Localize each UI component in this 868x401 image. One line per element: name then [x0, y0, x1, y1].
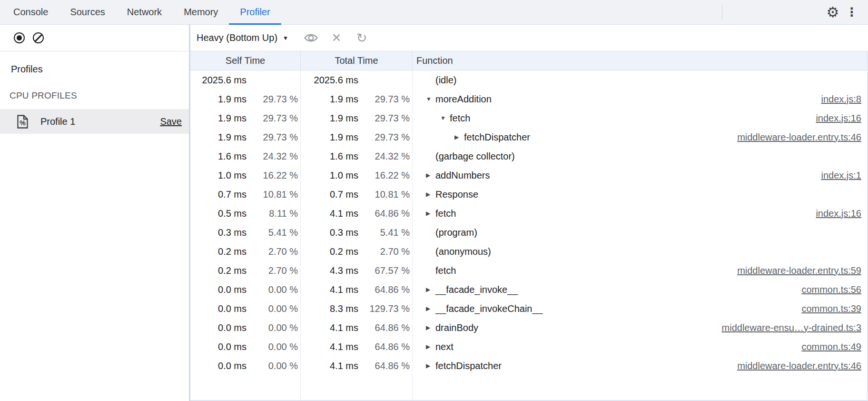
gear-icon: ⚙ [827, 5, 839, 20]
table-row[interactable]: 1.0 ms16.22 %1.0 ms16.22 %▶addNumbersind… [190, 166, 867, 185]
source-location-link[interactable]: middleware-loader.entry.ts:46 [737, 361, 861, 371]
time-percent-value: 129.73 % [358, 303, 410, 314]
chevron-collapsed-icon[interactable]: ▶ [426, 305, 433, 312]
table-row[interactable]: 0.0 ms0.00 %4.1 ms64.86 %▶__facade_invok… [190, 280, 867, 299]
function-cell: ▼fetchindex.js:16 [413, 109, 867, 128]
table-row[interactable]: 0.0 ms0.00 %4.1 ms64.86 %▶drainBodymiddl… [190, 318, 867, 337]
source-location-link[interactable]: common.ts:56 [801, 284, 861, 295]
column-header-total-time[interactable]: Total Time [301, 51, 413, 70]
source-location-link[interactable]: index.js:8 [821, 94, 862, 105]
chevron-collapsed-icon[interactable]: ▶ [454, 134, 462, 140]
tab-memory[interactable]: Memory [173, 0, 229, 24]
view-mode-dropdown[interactable]: Heavy (Bottom Up) ▼ [197, 32, 288, 43]
chevron-expanded-icon[interactable]: ▼ [440, 115, 447, 121]
table-row[interactable]: 0.3 ms5.41 %0.3 ms5.41 %(program) [190, 223, 867, 242]
source-location-link[interactable]: middleware-loader.entry.ts:59 [737, 265, 861, 276]
save-profile-link[interactable]: Save [160, 116, 182, 127]
x-icon: ✕ [331, 31, 341, 45]
table-row[interactable]: 0.0 ms0.00 %8.3 ms129.73 %▶__facade_invo… [190, 299, 867, 318]
self-time-cell: 0.0 ms0.00 % [190, 318, 301, 337]
profiler-view-actions: ✕ ↻ [302, 29, 371, 48]
table-row[interactable]: 2025.6 ms2025.6 ms(idle) [190, 70, 867, 90]
time-ms-value: 0.2 ms [190, 265, 247, 276]
time-ms-value: 1.9 ms [301, 113, 358, 124]
self-time-cell: 1.0 ms16.22 % [190, 166, 301, 185]
self-time-cell: 1.6 ms24.32 % [190, 147, 301, 166]
time-percent-value: 8.11 % [247, 208, 298, 219]
view-mode-value: Heavy (Bottom Up) [197, 32, 277, 43]
time-ms-value: 0.5 ms [190, 208, 247, 219]
function-name: fetch [450, 113, 470, 124]
record-button[interactable] [14, 32, 25, 43]
time-ms-value: 4.3 ms [301, 265, 358, 276]
clear-profiles-button[interactable] [33, 32, 44, 43]
table-row[interactable]: 0.2 ms2.70 %0.2 ms2.70 %(anonymous) [190, 242, 867, 261]
total-time-cell: 1.9 ms29.73 % [301, 109, 413, 128]
profile-table-body: 2025.6 ms2025.6 ms(idle)1.9 ms29.73 %1.9… [190, 70, 867, 401]
tab-network[interactable]: Network [116, 0, 173, 24]
column-header-function[interactable]: Function [413, 51, 867, 70]
tree-indent [413, 271, 426, 271]
time-percent-value: 5.41 % [247, 227, 298, 238]
profile-document-icon: % [16, 114, 29, 129]
chevron-expanded-icon[interactable]: ▼ [426, 96, 433, 102]
function-cell: ▶fetchindex.js:16 [413, 204, 867, 223]
chevron-collapsed-icon[interactable]: ▶ [426, 191, 433, 198]
restore-functions-button[interactable]: ↻ [352, 29, 371, 48]
time-ms-value: 1.9 ms [190, 94, 247, 105]
tab-console[interactable]: Console [2, 0, 59, 24]
source-location-link[interactable]: middleware-ensu…y-drained.ts:3 [722, 322, 861, 333]
source-location-link[interactable]: common.ts:39 [801, 303, 861, 314]
tab-profiler[interactable]: Profiler [229, 0, 281, 24]
tab-sources[interactable]: Sources [59, 0, 116, 24]
time-ms-value: 4.1 ms [301, 284, 358, 295]
chevron-collapsed-icon[interactable]: ▶ [426, 362, 433, 369]
total-time-cell: 1.9 ms29.73 % [301, 90, 413, 109]
table-row[interactable]: 1.9 ms29.73 %1.9 ms29.73 %▶fetchDispatch… [190, 128, 867, 147]
tree-indent [413, 118, 440, 119]
source-location-link[interactable]: middleware-loader.entry.ts:46 [737, 132, 861, 143]
source-location-link[interactable]: common.ts:49 [801, 341, 861, 352]
exclude-function-button[interactable]: ✕ [327, 29, 346, 48]
chevron-collapsed-icon[interactable]: ▶ [426, 172, 433, 179]
sidebar-item-profile-1[interactable]: % Profile 1 Save [0, 109, 189, 134]
chevron-collapsed-icon[interactable]: ▶ [426, 343, 433, 350]
function-name: moreAddition [435, 94, 492, 105]
function-name: (idle) [435, 75, 456, 86]
tree-indent [413, 213, 426, 214]
focus-function-button[interactable] [302, 29, 321, 48]
settings-button[interactable]: ⚙ [823, 3, 842, 22]
svg-text:%: % [20, 119, 26, 127]
total-time-cell: 4.1 ms64.86 % [301, 356, 413, 375]
column-header-self-time[interactable]: Self Time [190, 51, 301, 70]
source-location-link[interactable]: index.js:16 [816, 208, 861, 219]
table-row[interactable]: 0.7 ms10.81 %0.7 ms10.81 %▶Response [190, 185, 867, 204]
chevron-collapsed-icon[interactable]: ▶ [426, 210, 433, 217]
time-ms-value: 4.1 ms [301, 208, 358, 219]
function-cell: ▶__facade_invoke__common.ts:56 [413, 280, 867, 299]
function-name: Response [435, 189, 478, 200]
table-row[interactable]: 0.0 ms0.00 %4.1 ms64.86 %▶fetchDispatche… [190, 356, 867, 375]
total-time-cell: 1.6 ms24.32 % [301, 147, 413, 166]
time-ms-value: 0.0 ms [190, 322, 247, 333]
table-row[interactable]: 1.6 ms24.32 %1.6 ms24.32 %(garbage colle… [190, 147, 867, 166]
table-row[interactable]: 1.9 ms29.73 %1.9 ms29.73 %▼moreAdditioni… [190, 90, 867, 109]
time-ms-value: 1.0 ms [301, 170, 358, 181]
table-row[interactable]: 0.0 ms0.00 %4.1 ms64.86 %▶nextcommon.ts:… [190, 337, 867, 356]
chevron-collapsed-icon[interactable]: ▶ [426, 286, 433, 293]
chevron-collapsed-icon[interactable]: ▶ [426, 324, 433, 331]
tree-indent [413, 80, 426, 80]
table-row[interactable]: 0.2 ms2.70 %4.3 ms67.57 %fetchmiddleware… [190, 261, 867, 280]
total-time-cell: 4.1 ms64.86 % [301, 337, 413, 356]
source-location-link[interactable]: index.js:1 [821, 170, 862, 181]
time-ms-value: 1.0 ms [190, 170, 247, 181]
function-cell: ▶drainBodymiddleware-ensu…y-drained.ts:3 [413, 318, 867, 337]
tabbar-actions: ⚙ ⋮ [722, 0, 868, 24]
total-time-cell: 1.0 ms16.22 % [301, 166, 413, 185]
table-row[interactable]: 1.9 ms29.73 %1.9 ms29.73 %▼fetchindex.js… [190, 109, 867, 128]
total-time-cell: 4.1 ms64.86 % [301, 280, 413, 299]
source-location-link[interactable]: index.js:16 [816, 113, 861, 124]
function-cell: ▶fetchDispatchermiddleware-loader.entry.… [413, 128, 867, 147]
more-menu-button[interactable]: ⋮ [842, 3, 861, 22]
table-row[interactable]: 0.5 ms8.11 %4.1 ms64.86 %▶fetchindex.js:… [190, 204, 867, 223]
